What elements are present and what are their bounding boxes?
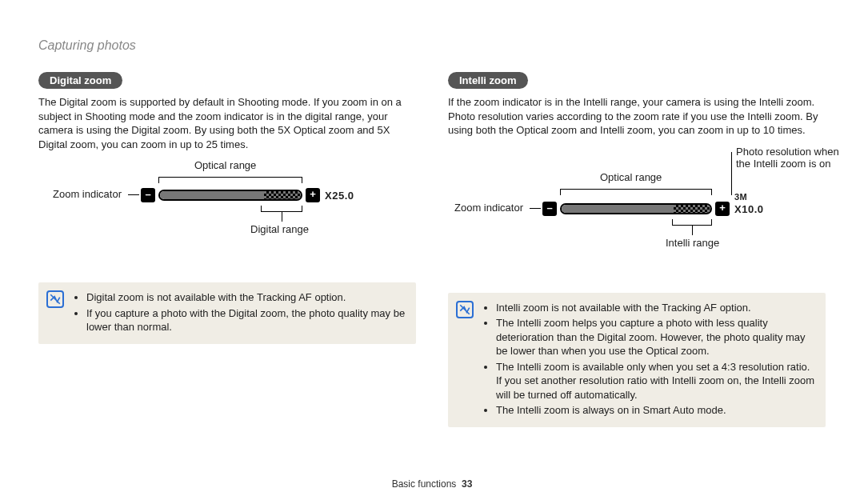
zoom-indicator-leader bbox=[530, 208, 541, 209]
intelli-zoom-tag: Intelli zoom bbox=[448, 72, 528, 89]
note-icon bbox=[46, 290, 64, 308]
page-footer: Basic functions 33 bbox=[0, 478, 864, 490]
minus-icon: – bbox=[141, 188, 155, 202]
right-column: Intelli zoom If the zoom indicator is in… bbox=[448, 72, 826, 427]
digital-bracket bbox=[261, 206, 302, 212]
intelli-range-label: Intelli range bbox=[666, 237, 719, 249]
optical-bracket bbox=[158, 177, 302, 183]
intelli-bracket-stem bbox=[692, 226, 693, 235]
optical-range-label: Optical range bbox=[600, 171, 662, 183]
note-item: The Intelli zoom is available only when … bbox=[496, 360, 816, 402]
note-item: The Intelli zoom is always on in Smart A… bbox=[496, 403, 816, 418]
zoom-bar bbox=[560, 203, 712, 214]
plus-icon: + bbox=[306, 188, 320, 202]
digital-zoom-tag: Digital zoom bbox=[38, 72, 122, 89]
digital-zoom-paragraph: The Digital zoom is supported by default… bbox=[38, 95, 416, 151]
zoom-bar bbox=[158, 190, 302, 201]
zoom-indicator-label: Zoom indicator bbox=[53, 188, 122, 200]
zoom-value: X10.0 bbox=[734, 203, 763, 215]
note-item: If you capture a photo with the Digital … bbox=[86, 306, 406, 334]
zoom-bar-intelli-segment bbox=[674, 205, 710, 213]
note-icon bbox=[456, 301, 474, 318]
zoom-value: X25.0 bbox=[325, 190, 354, 202]
note-item: Intelli zoom is not available with the T… bbox=[496, 301, 816, 315]
optical-bracket bbox=[560, 189, 712, 195]
two-column-layout: Digital zoom The Digital zoom is support… bbox=[38, 72, 826, 427]
digital-range-label: Digital range bbox=[250, 223, 309, 235]
optical-range-label: Optical range bbox=[194, 159, 256, 171]
res-leader bbox=[731, 152, 732, 195]
digital-bracket-stem bbox=[282, 212, 282, 222]
intelli-zoom-paragraph: If the zoom indicator is in the Intelli … bbox=[448, 95, 826, 138]
left-column: Digital zoom The Digital zoom is support… bbox=[38, 72, 416, 427]
note-item: The Intelli zoom helps you capture a pho… bbox=[496, 316, 816, 358]
footer-page-number: 33 bbox=[462, 478, 472, 490]
photo-resolution-label: Photo resolution when the Intelli zoom i… bbox=[736, 146, 840, 170]
note-item: Digital zoom is not available with the T… bbox=[86, 290, 406, 305]
page-header: Capturing photos bbox=[38, 38, 826, 53]
digital-zoom-notes: Digital zoom is not available with the T… bbox=[38, 282, 416, 344]
footer-section: Basic functions bbox=[392, 478, 457, 490]
minus-icon: – bbox=[542, 202, 557, 216]
intelli-zoom-notes: Intelli zoom is not available with the T… bbox=[448, 293, 826, 427]
resolution-value: 3M bbox=[734, 192, 747, 202]
intelli-zoom-diagram: Photo resolution when the Intelli zoom i… bbox=[448, 146, 826, 290]
zoom-indicator-label: Zoom indicator bbox=[454, 202, 523, 214]
zoom-bar-digital-segment bbox=[264, 191, 301, 199]
intelli-bracket bbox=[672, 219, 712, 226]
plus-icon: + bbox=[715, 202, 730, 216]
zoom-indicator-leader bbox=[128, 194, 139, 195]
digital-zoom-diagram: Optical range Zoom indicator – + X25.0 D… bbox=[38, 159, 416, 279]
